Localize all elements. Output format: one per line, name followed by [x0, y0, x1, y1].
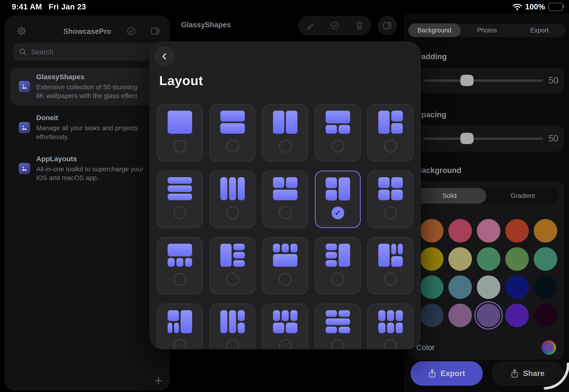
project-description: Manage all your tasks and projects effor… [36, 124, 147, 141]
export-button-label: Export [441, 369, 465, 378]
add-project-button[interactable]: + [149, 371, 168, 390]
color-swatch[interactable] [420, 304, 443, 327]
color-swatch[interactable] [505, 304, 529, 327]
color-swatch[interactable] [477, 275, 500, 299]
project-description: All-in-one toolkit to supercharge your i… [36, 165, 147, 182]
sidebar: ShowcasePro Search GlassyShapesExtensive… [5, 15, 170, 391]
layout-radio[interactable] [384, 273, 397, 286]
color-swatch[interactable] [420, 219, 443, 242]
layout-left-tall-2-right[interactable] [368, 104, 413, 161]
layout-radio[interactable] [384, 206, 397, 219]
layout-grid-2x2[interactable] [368, 171, 413, 228]
color-swatch[interactable] [448, 247, 472, 271]
layout-left-tall-2-cols-cell[interactable] [368, 237, 413, 294]
canvas-corner-arc [539, 362, 569, 392]
layout-radio[interactable] [173, 140, 186, 153]
color-swatch[interactable] [477, 247, 500, 271]
layout-2-top-bottom-wide[interactable] [262, 171, 308, 228]
layout-2-tall-2-stacked[interactable] [210, 304, 255, 349]
layout-grid-2x2-glyph [378, 177, 403, 200]
layout-radio[interactable] [331, 339, 344, 349]
sidebar-item-doneit[interactable]: DoneitManage all your tasks and projects… [10, 109, 170, 146]
layout-3-rows[interactable] [157, 171, 203, 228]
layout-2-rows[interactable] [210, 104, 255, 161]
check-circle-icon[interactable] [125, 25, 138, 38]
color-swatch[interactable] [534, 304, 557, 327]
layout-3-top-bottom-wide-glyph [273, 244, 298, 267]
layout-radio[interactable] [331, 273, 344, 286]
color-swatch[interactable] [505, 275, 529, 299]
layout-grid-3x2[interactable] [368, 304, 413, 349]
search-input[interactable]: Search [13, 43, 169, 61]
image-icon [19, 81, 30, 92]
search-placeholder: Search [31, 48, 53, 56]
layout-3-left-right-tall[interactable] [315, 237, 361, 294]
layout-radio[interactable] [384, 339, 397, 349]
layout-top-wide-3-bottom[interactable] [157, 237, 203, 294]
color-swatch[interactable] [420, 275, 443, 299]
mode-gradient[interactable]: Gradient [486, 188, 560, 204]
color-wheel-icon[interactable] [541, 340, 556, 355]
spacing-slider-track[interactable] [423, 138, 543, 140]
color-swatch[interactable] [477, 219, 500, 242]
layout-radio[interactable] [279, 140, 292, 153]
layout-2-columns[interactable] [262, 104, 308, 161]
layout-3-cols-2-bottom[interactable] [262, 304, 308, 349]
layout-top-wide-2-bottom[interactable] [315, 104, 361, 161]
color-swatch[interactable] [534, 219, 557, 242]
layout-radio[interactable] [279, 339, 292, 349]
layout-2-left-right-tall[interactable]: ✓ [315, 171, 361, 228]
panel-toggle-icon[interactable] [149, 25, 162, 38]
layout-2-bar-2[interactable] [315, 304, 361, 349]
color-swatch[interactable] [448, 219, 472, 242]
layout-radio-checked[interactable]: ✓ [331, 207, 344, 219]
trash-icon[interactable] [354, 20, 364, 31]
layout-radio[interactable] [279, 273, 292, 286]
color-swatch[interactable] [534, 247, 557, 271]
layout-2-bar-2-glyph [326, 310, 350, 333]
tab-export[interactable]: Export [513, 24, 566, 37]
mode-solid[interactable]: Solid [413, 188, 486, 204]
layout-radio[interactable] [226, 273, 239, 286]
color-swatch[interactable] [448, 304, 472, 327]
sidebar-header: ShowcasePro [5, 21, 170, 40]
layout-radio[interactable] [279, 206, 292, 219]
color-swatch[interactable] [534, 275, 557, 299]
layout-left-tall-3-right[interactable] [210, 237, 255, 294]
color-swatch[interactable] [448, 275, 472, 299]
status-date: Fri Jan 23 [49, 2, 86, 11]
color-swatch[interactable] [477, 304, 500, 327]
panel-right-icon[interactable] [378, 16, 397, 35]
layout-single[interactable] [157, 104, 203, 161]
layout-radio[interactable] [173, 206, 186, 219]
tab-background[interactable]: Background [408, 24, 461, 37]
layout-radio[interactable] [226, 140, 239, 153]
layout-3-columns[interactable] [210, 171, 255, 228]
layout-3-top-bottom-wide[interactable] [262, 237, 308, 294]
color-swatch[interactable] [505, 219, 529, 242]
color-swatch[interactable] [420, 247, 443, 271]
spacing-slider-thumb[interactable] [460, 133, 473, 144]
padding-slider-thumb[interactable] [460, 75, 473, 86]
layout-3-left-right-tall-glyph [326, 244, 350, 267]
check-circle-icon[interactable] [330, 20, 340, 31]
sidebar-item-glassyshapes[interactable]: GlassyShapesExtensive collection of 50 s… [10, 68, 170, 105]
export-button[interactable]: Export [411, 361, 483, 386]
sidebar-item-applayouts[interactable]: AppLayoutsAll-in-one toolkit to supercha… [10, 150, 170, 187]
layout-radio[interactable] [226, 206, 239, 219]
tab-photos[interactable]: Photos [461, 24, 513, 37]
spacing-value: 50 [549, 133, 558, 144]
color-swatch[interactable] [505, 247, 529, 271]
layout-radio[interactable] [331, 140, 344, 153]
layout-radio[interactable] [173, 273, 186, 286]
layout-3-columns-glyph [220, 177, 245, 200]
edit-icon[interactable] [305, 21, 315, 30]
layout-cell-2-cols-right-tall[interactable] [157, 304, 203, 349]
image-icon [19, 122, 30, 133]
layout-radio[interactable] [384, 140, 397, 153]
layout-radio[interactable] [226, 339, 239, 349]
padding-slider-track[interactable] [423, 79, 543, 82]
back-button[interactable] [155, 46, 174, 66]
layout-radio[interactable] [173, 339, 186, 349]
layout-grid-3x2-glyph [378, 310, 403, 333]
